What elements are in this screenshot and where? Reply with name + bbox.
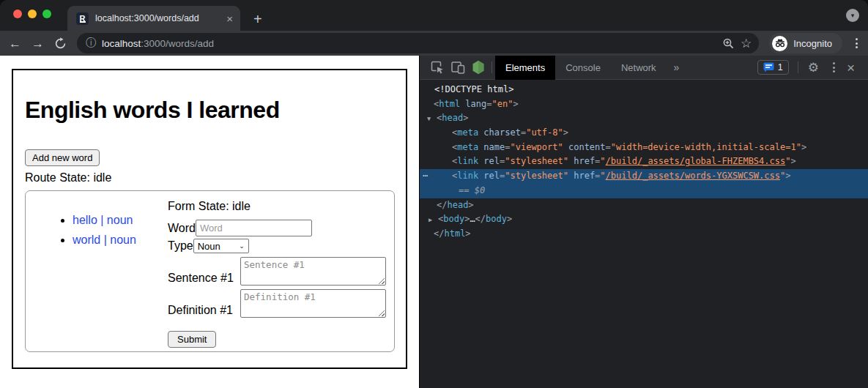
url-text: localhost:3000/words/add: [102, 38, 214, 49]
type-select[interactable]: Noun ⌄: [193, 239, 249, 253]
nodejs-extension-button[interactable]: [468, 58, 489, 77]
devtools-toolbar-right: 1 ⚙ ×: [757, 60, 868, 75]
devtools-menu-button[interactable]: [833, 62, 835, 72]
definition-textarea[interactable]: [240, 289, 386, 318]
devtools-toolbar: Elements Console Network » 1: [420, 56, 868, 80]
list-item: world | noun: [73, 234, 168, 247]
dom-line[interactable]: </html>: [420, 227, 868, 242]
type-label: Type: [168, 239, 193, 253]
remix-favicon-icon: R: [76, 12, 89, 25]
browser-window: R localhost:3000/words/add × + ▾ ← → ⓘ l…: [0, 0, 868, 388]
browser-toolbar: ← → ⓘ localhost:3000/words/add ☆: [0, 31, 868, 56]
issues-button[interactable]: 1: [757, 60, 789, 75]
minimize-window-button[interactable]: [28, 10, 37, 18]
submit-button[interactable]: Submit: [168, 331, 216, 348]
dom-line[interactable]: </head>: [420, 198, 868, 213]
forward-button[interactable]: →: [31, 37, 44, 50]
disclosure-arrow-icon[interactable]: ▼: [427, 112, 437, 127]
incognito-label: Incognito: [793, 38, 832, 49]
dom-line[interactable]: ⋯<link rel="stylesheet" href="/build/_as…: [420, 169, 868, 184]
word-link-world[interactable]: world | noun: [73, 234, 136, 246]
dom-line[interactable]: <link rel="stylesheet" href="/build/_ass…: [420, 154, 868, 169]
word-list-column: hello | noun world | noun: [36, 200, 168, 343]
new-tab-button[interactable]: +: [253, 12, 262, 26]
page-title: English words I learned: [25, 97, 394, 124]
dom-line[interactable]: <html lang="en">: [420, 97, 868, 112]
reload-icon: [54, 37, 67, 50]
dom-line[interactable]: <!DOCTYPE html>: [420, 83, 868, 97]
definition-row: Definition #1: [168, 289, 387, 318]
route-state-text: Route State: idle: [25, 171, 394, 184]
word-input[interactable]: [196, 220, 312, 236]
more-tabs-button[interactable]: »: [667, 61, 687, 73]
reload-button[interactable]: [54, 37, 67, 50]
dom-line[interactable]: <meta charset="utf-8">: [420, 126, 868, 141]
chevron-down-icon: ▾: [851, 12, 855, 19]
sentence-label: Sentence #1: [168, 272, 240, 285]
sentence-row: Sentence #1: [168, 257, 387, 286]
page-container: English words I learned Add new word Rou…: [12, 69, 407, 369]
magnifier-plus-icon: [722, 37, 735, 50]
list-item: hello | noun: [73, 214, 168, 227]
site-info-icon[interactable]: ⓘ: [86, 37, 96, 50]
word-row: Word: [168, 220, 387, 236]
web-page: English words I learned Add new word Rou…: [0, 56, 419, 388]
devtools-close-icon[interactable]: ×: [847, 61, 855, 75]
bookmark-star-icon[interactable]: ☆: [741, 36, 752, 51]
tab-close-icon[interactable]: ×: [226, 13, 233, 24]
address-bar[interactable]: ⓘ localhost:3000/words/add ☆: [77, 33, 759, 53]
tab-strip: R localhost:3000/words/add × + ▾: [0, 0, 868, 31]
tab-search-button[interactable]: ▾: [846, 9, 859, 22]
tab-console[interactable]: Console: [555, 56, 611, 80]
tab-network[interactable]: Network: [611, 56, 667, 80]
window-content: English words I learned Add new word Rou…: [0, 56, 868, 388]
dom-line[interactable]: == $0: [420, 184, 868, 198]
chevron-down-icon: ⌄: [239, 242, 245, 250]
traffic-lights: [13, 10, 51, 18]
toolbar-separator: [798, 61, 798, 73]
form-state-text: Form State: idle: [168, 200, 387, 213]
tab-title: localhost:3000/words/add: [95, 13, 222, 23]
dom-tree[interactable]: <!DOCTYPE html><html lang="en">▼<head><m…: [420, 80, 868, 388]
zoom-window-button[interactable]: [42, 10, 51, 18]
dom-line[interactable]: ▼<head>: [420, 111, 868, 126]
issues-bubble-icon: [763, 62, 774, 72]
issues-count: 1: [778, 62, 783, 72]
type-row: Type Noun ⌄: [168, 239, 387, 253]
nodejs-hexagon-icon: [472, 60, 485, 75]
zoom-page-button[interactable]: [722, 37, 735, 50]
definition-textarea-wrap: [240, 289, 386, 318]
sentence-textarea-wrap: [240, 257, 386, 286]
sentence-textarea[interactable]: [240, 257, 386, 286]
browser-tab[interactable]: R localhost:3000/words/add ×: [67, 6, 240, 31]
definition-label: Definition #1: [168, 304, 240, 317]
toolbar-separator: [492, 61, 492, 73]
device-toolbar-button[interactable]: [448, 58, 468, 77]
tab-elements[interactable]: Elements: [495, 56, 555, 80]
device-toolbar-icon: [451, 61, 465, 74]
add-word-form: Form State: idle Word Type Noun ⌄: [168, 200, 387, 343]
disclosure-arrow-icon[interactable]: ▶: [429, 213, 438, 228]
browser-menu-button[interactable]: [853, 38, 861, 48]
devtools-panel: Elements Console Network » 1: [419, 56, 868, 388]
more-actions-icon[interactable]: ⋯: [423, 169, 429, 184]
back-button[interactable]: ←: [9, 37, 21, 50]
type-select-value: Noun: [198, 241, 239, 252]
inspect-cursor-icon: [431, 61, 444, 74]
word-link-hello[interactable]: hello | noun: [73, 214, 133, 226]
inspect-element-button[interactable]: [427, 58, 448, 77]
dom-line[interactable]: ▶<body>…</body>: [420, 212, 868, 227]
words-panel: hello | noun world | noun Form State: id…: [25, 190, 395, 352]
incognito-icon: [772, 36, 787, 51]
word-label: Word: [168, 222, 196, 235]
dom-line[interactable]: <meta name="viewport" content="width=dev…: [420, 141, 868, 155]
incognito-badge[interactable]: Incognito: [769, 33, 842, 53]
close-window-button[interactable]: [13, 10, 22, 18]
add-new-word-button[interactable]: Add new word: [25, 149, 100, 166]
word-list: hello | noun world | noun: [36, 214, 168, 247]
settings-gear-icon[interactable]: ⚙: [808, 60, 819, 75]
